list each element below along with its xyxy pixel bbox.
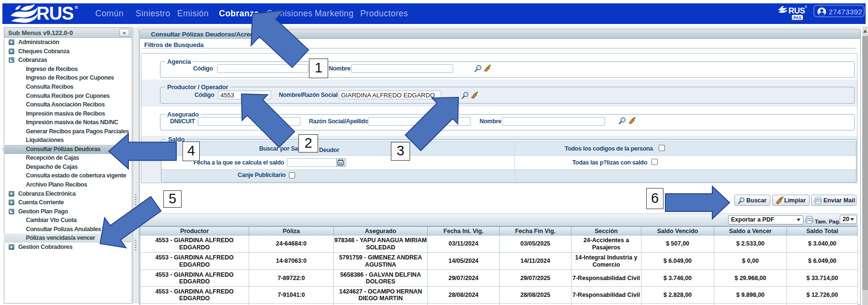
svg-text:PAS: PAS — [793, 15, 801, 20]
svg-text:®: ® — [805, 5, 807, 9]
svg-text:RUS: RUS — [788, 6, 805, 15]
svg-text:®: ® — [75, 5, 78, 10]
svg-text:11: 11 — [339, 162, 343, 165]
svg-text:RUS: RUS — [36, 3, 73, 23]
